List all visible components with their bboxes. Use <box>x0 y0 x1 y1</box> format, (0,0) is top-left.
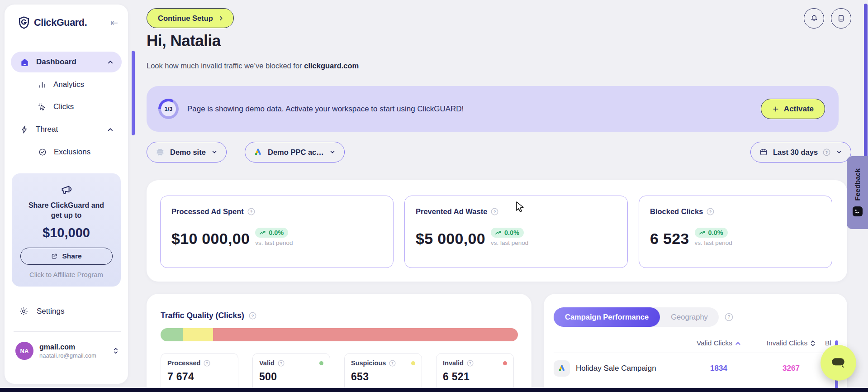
docs-button[interactable] <box>831 8 851 29</box>
table-row[interactable]: Holiday Sale Campaign 1834 3267 <box>554 356 847 381</box>
globe-icon <box>155 147 165 157</box>
continue-setup-button[interactable]: Continue Setup <box>147 8 234 28</box>
tab-geography[interactable]: Geography <box>660 313 719 321</box>
help-icon[interactable]: ? <box>725 313 733 321</box>
megaphone-icon <box>17 182 115 196</box>
campaign-table-header: Valid Clicks Invalid Clicks Bl <box>554 339 847 347</box>
sidebar-collapse-icon[interactable]: ⇤ <box>110 18 118 27</box>
campaign-name: Holiday Sale Campaign <box>576 364 656 373</box>
site-filter-dropdown[interactable]: Demo site <box>147 142 227 163</box>
metric-label: Invalid <box>443 359 464 367</box>
traffic-quality-stacked-bar <box>161 328 518 341</box>
tab-campaign-performance[interactable]: Campaign Performance <box>554 307 660 327</box>
traffic-quality-card: Traffic Quality (Clicks) ? Processed ? 7… <box>147 294 531 392</box>
svg-text:?: ? <box>469 361 471 365</box>
metric-card-processed: Processed ? 7 674 0.00% <box>161 353 238 392</box>
kpi-value: $10 000,00 <box>171 231 250 246</box>
date-range-dropdown[interactable]: Last 30 days ? <box>750 142 851 163</box>
google-ads-icon <box>253 148 263 157</box>
svg-text:?: ? <box>825 150 828 154</box>
feedback-tab[interactable]: Feedback <box>847 156 868 229</box>
account-email: naatali.ro@gmail.com <box>39 352 96 359</box>
activate-button[interactable]: Activate <box>761 99 825 119</box>
sidebar-item-threat[interactable]: Threat <box>11 119 122 140</box>
svg-text:?: ? <box>709 210 712 214</box>
book-icon <box>837 14 845 23</box>
chevron-down-icon <box>329 148 336 156</box>
svg-text:?: ? <box>206 361 208 365</box>
kpi-delta: 0.0% <box>269 229 284 236</box>
clickguard-dashboard: ClickGuard. ⇤ Dashboard <box>0 0 868 392</box>
external-link-icon <box>51 253 58 260</box>
nav-label: Dashboard <box>36 57 76 67</box>
calendar-icon <box>759 148 768 157</box>
affiliate-link[interactable]: Click to Affiliate Program <box>17 271 115 278</box>
window-bottom-edge <box>0 388 868 392</box>
chevron-down-icon <box>211 148 218 156</box>
gear-icon <box>19 306 28 316</box>
sidebar-item-exclusions[interactable]: Exclusions <box>11 142 122 162</box>
content-scrollbar-thumb[interactable] <box>132 51 135 135</box>
activate-label: Activate <box>784 105 814 114</box>
sidebar-item-clicks[interactable]: Clicks <box>11 97 122 117</box>
help-icon[interactable]: ? <box>707 208 714 215</box>
svg-text:?: ? <box>280 361 282 365</box>
help-icon[interactable]: ? <box>491 208 498 215</box>
help-icon[interactable]: ? <box>247 208 255 215</box>
traffic-quality-metrics: Processed ? 7 674 0.00% Valid ? 500 0.00… <box>161 353 519 392</box>
subtitle-text: Look how much invalid traffic we’ve bloc… <box>147 62 304 70</box>
sidebar-item-dashboard[interactable]: Dashboard <box>11 52 122 72</box>
help-icon[interactable]: ? <box>249 312 256 320</box>
account-switcher[interactable]: NA gmail.com naatali.ro@gmail.com <box>5 342 128 360</box>
kpi-caption: vs. last period <box>491 239 528 246</box>
subtitle-domain: clickguard.com <box>304 62 359 70</box>
chat-launcher-button[interactable] <box>821 345 856 381</box>
svg-text:?: ? <box>251 314 254 318</box>
promo-text-line2: get up to <box>17 210 115 220</box>
kpi-label: Processed Ad Spent <box>171 207 244 216</box>
bar-segment-valid <box>161 328 183 341</box>
kpi-delta-badge: 0.0% <box>695 228 728 238</box>
metric-value: 6 521 <box>443 371 507 383</box>
share-button[interactable]: Share <box>20 248 113 265</box>
affiliate-promo-card[interactable]: Share ClickGuard and get up to $10,000 S… <box>12 173 121 287</box>
clickguard-logo[interactable]: ClickGuard. <box>18 16 87 29</box>
sidebar-item-analytics[interactable]: Analytics <box>11 75 122 95</box>
metric-card-suspicious: Suspicious ? 653 0.00% <box>344 353 422 392</box>
help-icon[interactable]: ? <box>389 360 396 367</box>
smiley-icon <box>852 206 863 217</box>
bell-icon <box>810 14 819 23</box>
help-icon[interactable]: ? <box>278 360 285 367</box>
valid-dot <box>319 361 323 365</box>
column-invalid-clicks[interactable]: Invalid Clicks <box>757 339 825 347</box>
notifications-button[interactable] <box>804 8 824 29</box>
bar-segment-invalid <box>213 328 518 341</box>
google-ads-icon <box>554 360 570 377</box>
invalid-dot <box>503 361 507 365</box>
account-name: gmail.com <box>39 343 96 351</box>
suspicious-dot <box>411 361 415 365</box>
kpi-label: Prevented Ad Waste <box>416 207 487 216</box>
metric-value: 500 <box>259 371 323 383</box>
trend-up-icon <box>260 230 266 235</box>
metric-card-invalid: Invalid ? 6 521 0.00% <box>436 353 514 392</box>
sidebar-item-settings[interactable]: Settings <box>5 306 128 316</box>
trend-up-icon <box>699 230 706 235</box>
help-icon: ? <box>823 148 830 156</box>
trend-up-icon <box>495 230 502 235</box>
page-title: Hi, Natalia <box>147 32 221 50</box>
help-icon[interactable]: ? <box>467 360 474 367</box>
svg-text:?: ? <box>250 210 253 214</box>
column-label: Valid Clicks <box>697 339 732 347</box>
column-valid-clicks[interactable]: Valid Clicks <box>680 339 757 347</box>
chevron-updown-icon <box>112 346 120 356</box>
svg-text:?: ? <box>728 315 730 320</box>
ppc-account-filter-dropdown[interactable]: Demo PPC ac… <box>245 142 345 163</box>
metric-card-valid: Valid ? 500 0.00% <box>252 353 330 392</box>
promo-amount: $10,000 <box>17 225 115 240</box>
kpi-value: 6 523 <box>650 231 689 246</box>
help-icon[interactable]: ? <box>204 360 210 367</box>
column-label: Invalid Clicks <box>767 339 807 347</box>
avatar: NA <box>15 342 33 360</box>
feedback-label: Feedback <box>854 168 862 201</box>
